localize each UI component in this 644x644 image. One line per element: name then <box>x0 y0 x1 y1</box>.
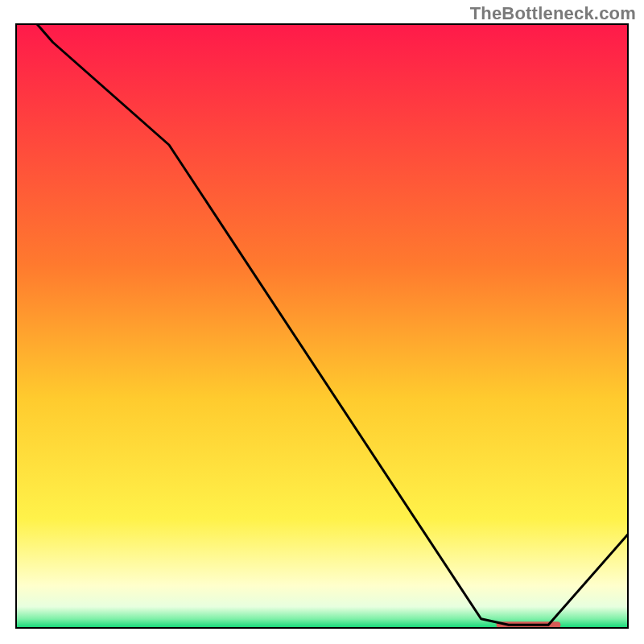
bottleneck-chart <box>0 0 644 644</box>
gradient-background <box>16 24 628 628</box>
chart-stage: TheBottleneck.com <box>0 0 644 644</box>
